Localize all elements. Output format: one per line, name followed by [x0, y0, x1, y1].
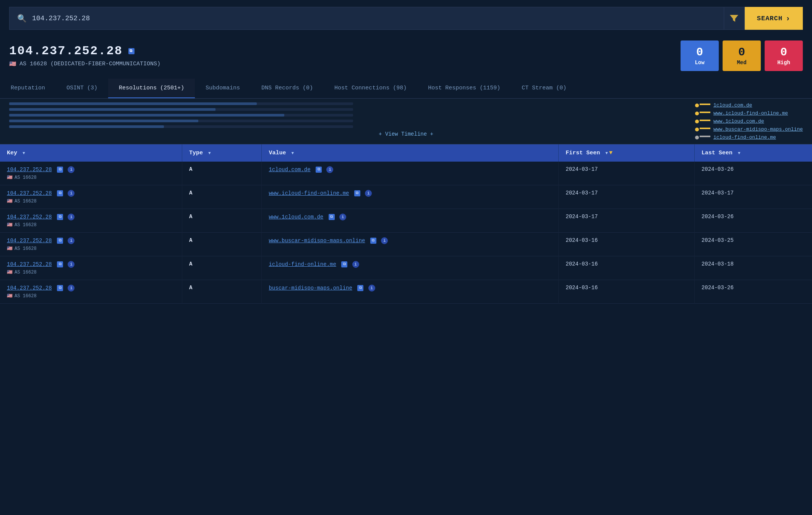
value-info-icon[interactable]: i [368, 285, 375, 292]
col-header-type[interactable]: Type ▼ [182, 144, 262, 162]
value-copy-icon[interactable]: ⧉ [341, 261, 347, 267]
search-bar: 🔍 SEARCH › [9, 7, 803, 30]
value-info-icon[interactable]: i [365, 190, 372, 197]
value-info-icon[interactable]: i [339, 214, 346, 220]
value-info-icon[interactable]: i [326, 166, 333, 173]
key-copy-icon[interactable]: ⧉ [57, 285, 63, 291]
ip-asn: 🇺🇸 AS 16628 (DEDICATED-FIBER-COMMUNICATI… [9, 60, 160, 68]
timeline-content: 1cloud.com.de www.icloud-find-online.me … [9, 102, 803, 128]
key-info-icon[interactable]: i [68, 214, 75, 220]
value-domain-link[interactable]: www.1cloud.com.de [269, 214, 323, 220]
score-badge-low[interactable]: 0 Low [681, 40, 719, 71]
key-info-icon[interactable]: i [68, 166, 75, 173]
key-copy-icon[interactable]: ⧉ [57, 190, 63, 196]
key-asn-label: 🇺🇸 AS 16628 [7, 293, 175, 299]
key-copy-icon[interactable]: ⧉ [57, 167, 63, 173]
key-ip-link[interactable]: 104.237.252.28 [7, 238, 52, 244]
ip-title-block: 104.237.252.28 ⧉ 🇺🇸 AS 16628 (DEDICATED-… [9, 44, 160, 68]
search-button[interactable]: SEARCH › [745, 7, 803, 30]
value-domain-link[interactable]: buscar-midispo-maps.online [269, 285, 352, 291]
first-seen-filter-icon: ▼ [605, 151, 608, 155]
col-header-key[interactable]: Key ▼ [0, 144, 182, 162]
value-copy-icon[interactable]: ⧉ [354, 190, 360, 196]
timeline-view-more[interactable]: + View Timeline + [9, 128, 803, 139]
value-copy-icon[interactable]: ⧉ [370, 238, 376, 244]
key-info-icon[interactable]: i [68, 237, 75, 244]
key-info-icon[interactable]: i [68, 190, 75, 197]
score-low-label: Low [695, 60, 704, 66]
value-filter-icon: ▼ [291, 151, 294, 155]
value-copy-icon[interactable]: ⧉ [316, 167, 322, 173]
col-header-value[interactable]: Value ▼ [262, 144, 559, 162]
tab-host-connections[interactable]: Host Connections (98) [324, 79, 417, 98]
tab-ct-stream[interactable]: CT Stream (0) [511, 79, 577, 98]
last-seen-filter-icon: ▼ [738, 151, 741, 155]
value-cell: www.buscar-midispo-maps.online ⧉ i [262, 233, 559, 256]
timeline-domain-3[interactable]: www.1cloud.com.de [713, 118, 764, 124]
tab-host-responses[interactable]: Host Responses (1159) [417, 79, 511, 98]
timeline-domain-4[interactable]: www.buscar-midispo-maps.online [713, 126, 803, 132]
key-flag-icon: 🇺🇸 [7, 293, 13, 299]
timeline-entry-1: 1cloud.com.de [695, 102, 803, 108]
ip-address-text: 104.237.252.28 [9, 44, 123, 58]
filter-button[interactable] [724, 7, 745, 30]
timeline-entry-5: icloud-find-online.me [695, 134, 803, 140]
tab-subdomains[interactable]: Subdomains [195, 79, 251, 98]
table-row: 104.237.252.28 ⧉ i 🇺🇸 AS 16628 A www.icl… [0, 185, 812, 209]
search-button-label: SEARCH [757, 15, 783, 22]
key-asn-text: AS 16628 [15, 199, 37, 204]
key-copy-icon[interactable]: ⧉ [57, 214, 63, 220]
tab-resolutions[interactable]: Resolutions (2501+) [108, 79, 195, 98]
key-asn-label: 🇺🇸 AS 16628 [7, 175, 175, 180]
value-domain-link[interactable]: www.icloud-find-online.me [269, 190, 349, 196]
score-badge-med[interactable]: 0 Med [723, 40, 761, 71]
value-cell: www.icloud-find-online.me ⧉ i [262, 185, 559, 209]
timeline-domain-1[interactable]: 1cloud.com.de [713, 102, 752, 108]
key-info-icon[interactable]: i [68, 261, 75, 268]
value-domain-link[interactable]: www.buscar-midispo-maps.online [269, 238, 365, 244]
key-ip-link[interactable]: 104.237.252.28 [7, 167, 52, 173]
tab-reputation[interactable]: Reputation [0, 79, 56, 98]
key-copy-icon[interactable]: ⧉ [57, 238, 63, 244]
timeline-domain-5[interactable]: icloud-find-online.me [713, 134, 776, 140]
key-info-icon[interactable]: i [68, 285, 75, 292]
key-ip-link[interactable]: 104.237.252.28 [7, 285, 52, 291]
ip-asn-text: AS 16628 (DEDICATED-FIBER-COMMUNICATIONS… [19, 61, 160, 67]
value-domain-link[interactable]: icloud-find-online.me [269, 261, 336, 267]
key-copy-icon[interactable]: ⧉ [57, 261, 63, 267]
value-domain-link[interactable]: 1cloud.com.de [269, 167, 310, 173]
first-seen-cell: 2024-03-17 [559, 162, 695, 185]
score-high-label: High [777, 60, 790, 66]
key-ip-link[interactable]: 104.237.252.28 [7, 190, 52, 196]
key-flag-icon: 🇺🇸 [7, 222, 13, 228]
col-header-last-seen[interactable]: Last Seen ▼ [694, 144, 812, 162]
timeline-legend: 1cloud.com.de www.icloud-find-online.me … [695, 102, 803, 140]
score-badge-high[interactable]: 0 High [765, 40, 803, 71]
ip-copy-icon[interactable]: ⧉ [128, 48, 135, 54]
timeline-domain-2[interactable]: www.icloud-find-online.me [713, 110, 788, 116]
key-asn-label: 🇺🇸 AS 16628 [7, 246, 175, 251]
score-med-label: Med [737, 60, 746, 66]
search-input[interactable] [32, 15, 716, 22]
value-copy-icon[interactable]: ⧉ [357, 285, 363, 291]
first-seen-cell: 2024-03-16 [559, 233, 695, 256]
col-header-first-seen[interactable]: First Seen ▼▼ [559, 144, 695, 162]
value-copy-icon[interactable]: ⧉ [329, 214, 335, 220]
resolutions-table: Key ▼ Type ▼ Value ▼ First Seen ▼▼ Last … [0, 144, 812, 304]
key-ip-link[interactable]: 104.237.252.28 [7, 261, 52, 267]
tab-dns-records[interactable]: DNS Records (0) [251, 79, 324, 98]
tab-osint[interactable]: OSINT (3) [56, 79, 108, 98]
key-ip-link[interactable]: 104.237.252.28 [7, 214, 52, 220]
key-flag-icon: 🇺🇸 [7, 175, 13, 180]
timeline-bar-5 [9, 125, 353, 128]
value-info-icon[interactable]: i [381, 237, 388, 244]
value-info-icon[interactable]: i [352, 261, 359, 268]
timeline-line [700, 112, 710, 113]
table-header-row: Key ▼ Type ▼ Value ▼ First Seen ▼▼ Last … [0, 144, 812, 162]
last-seen-cell: 2024-03-26 [694, 162, 812, 185]
last-seen-cell: 2024-03-26 [694, 280, 812, 304]
key-asn-label: 🇺🇸 AS 16628 [7, 198, 175, 204]
key-cell: 104.237.252.28 ⧉ i 🇺🇸 AS 16628 [0, 162, 182, 185]
first-seen-cell: 2024-03-16 [559, 280, 695, 304]
timeline-line [700, 104, 710, 105]
